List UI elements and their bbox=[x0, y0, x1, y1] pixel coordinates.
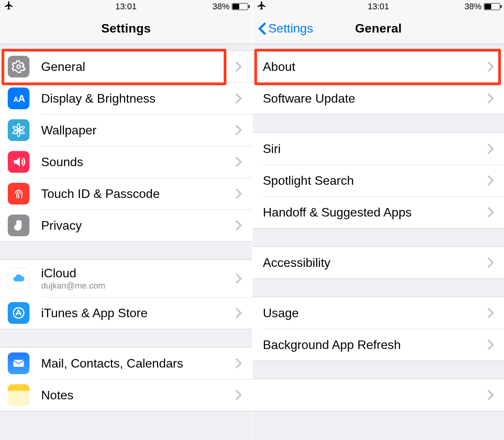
row-subtitle: dujkan@me.com bbox=[41, 281, 105, 291]
mail-icon bbox=[8, 352, 29, 374]
settings-screen: 13:01 38% Settings General AA Display & bbox=[0, 0, 252, 440]
row-label: iTunes & App Store bbox=[41, 306, 148, 320]
battery-icon bbox=[484, 3, 500, 10]
status-bar: 13:01 38% bbox=[0, 0, 252, 13]
chevron-right-icon bbox=[235, 220, 242, 231]
row-sounds[interactable]: Sounds bbox=[0, 146, 252, 178]
row-general[interactable]: General bbox=[0, 51, 252, 82]
flower-icon bbox=[8, 119, 29, 141]
battery-icon bbox=[232, 3, 248, 10]
cloud-icon bbox=[8, 268, 29, 289]
svg-rect-11 bbox=[14, 360, 24, 367]
battery-percentage: 38% bbox=[212, 2, 230, 12]
chevron-right-icon bbox=[487, 339, 494, 351]
row-display-brightness[interactable]: AA Display & Brightness bbox=[0, 82, 252, 114]
row-label: Notes bbox=[41, 388, 74, 402]
row-wallpaper[interactable]: Wallpaper bbox=[0, 114, 252, 146]
row-privacy[interactable]: Privacy bbox=[0, 210, 252, 241]
row-label: Wallpaper bbox=[41, 123, 97, 138]
row-software-update[interactable]: Software Update bbox=[253, 82, 504, 114]
chevron-right-icon bbox=[235, 61, 242, 72]
back-label: Settings bbox=[268, 21, 313, 36]
page-title: Settings bbox=[0, 21, 252, 36]
chevron-right-icon bbox=[487, 61, 494, 72]
text-size-icon: AA bbox=[8, 88, 29, 109]
airplane-mode-icon bbox=[4, 0, 14, 13]
battery-percentage: 38% bbox=[464, 2, 482, 12]
back-button[interactable]: Settings bbox=[258, 21, 313, 36]
row-label: Software Update bbox=[263, 91, 355, 106]
row-label: Spotlight Search bbox=[263, 174, 354, 188]
chevron-right-icon bbox=[235, 307, 242, 319]
row-handoff[interactable]: Handoff & Suggested Apps bbox=[253, 196, 504, 228]
general-list[interactable]: About Software Update Siri Spotlight Sea… bbox=[253, 44, 504, 440]
general-screen: 13:01 38% Settings General About Softwar… bbox=[252, 0, 504, 440]
chevron-right-icon bbox=[487, 389, 494, 401]
row-label: General bbox=[41, 60, 85, 74]
speaker-icon bbox=[8, 151, 29, 173]
svg-point-0 bbox=[17, 65, 21, 69]
chevron-right-icon bbox=[235, 389, 242, 401]
row-siri[interactable]: Siri bbox=[253, 133, 504, 165]
chevron-right-icon bbox=[487, 93, 494, 104]
chevron-right-icon bbox=[235, 273, 242, 284]
row-label: Touch ID & Passcode bbox=[41, 187, 160, 201]
gear-icon bbox=[8, 56, 29, 77]
appstore-icon bbox=[8, 302, 29, 324]
nav-bar: Settings General bbox=[253, 13, 504, 44]
row-label: Background App Refresh bbox=[263, 338, 401, 352]
row-label: Display & Brightness bbox=[41, 91, 155, 106]
row-touchid-passcode[interactable]: Touch ID & Passcode bbox=[0, 178, 252, 210]
chevron-left-icon bbox=[258, 22, 267, 36]
row-notes[interactable]: Notes bbox=[0, 379, 252, 411]
row-usage[interactable]: Usage bbox=[253, 297, 504, 329]
row-about[interactable]: About bbox=[253, 51, 504, 82]
svg-point-9 bbox=[12, 126, 19, 131]
row-accessibility[interactable]: Accessibility bbox=[253, 247, 504, 278]
row-icloud[interactable]: iCloud dujkan@me.com bbox=[0, 260, 252, 297]
chevron-right-icon bbox=[235, 124, 242, 136]
row-label: About bbox=[263, 60, 295, 74]
row-label: Accessibility bbox=[263, 256, 330, 270]
row-label: Siri bbox=[263, 142, 281, 156]
row-label: iCloud bbox=[41, 266, 105, 280]
row-label: Handoff & Suggested Apps bbox=[263, 205, 412, 220]
airplane-mode-icon bbox=[257, 0, 267, 13]
svg-text:A: A bbox=[18, 93, 25, 104]
row-partial[interactable] bbox=[253, 379, 504, 411]
row-label: Mail, Contacts, Calendars bbox=[41, 356, 183, 371]
chevron-right-icon bbox=[487, 257, 494, 268]
fingerprint-icon bbox=[8, 183, 29, 205]
hand-icon bbox=[8, 215, 29, 236]
chevron-right-icon bbox=[487, 175, 494, 186]
row-spotlight-search[interactable]: Spotlight Search bbox=[253, 165, 504, 196]
chevron-right-icon bbox=[235, 188, 242, 199]
chevron-right-icon bbox=[235, 358, 242, 369]
row-itunes-appstore[interactable]: iTunes & App Store bbox=[0, 297, 252, 329]
row-label: Privacy bbox=[41, 218, 82, 233]
row-mail-contacts-calendars[interactable]: Mail, Contacts, Calendars bbox=[0, 347, 252, 379]
nav-bar: Settings bbox=[0, 13, 252, 44]
chevron-right-icon bbox=[235, 93, 242, 104]
chevron-right-icon bbox=[235, 156, 242, 168]
chevron-right-icon bbox=[487, 206, 494, 218]
row-label: Usage bbox=[263, 306, 299, 320]
settings-list[interactable]: General AA Display & Brightness Wallpape… bbox=[0, 44, 252, 440]
chevron-right-icon bbox=[487, 143, 494, 155]
notes-icon bbox=[8, 384, 29, 406]
status-bar: 13:01 38% bbox=[253, 0, 504, 13]
chevron-right-icon bbox=[487, 307, 494, 319]
row-background-app-refresh[interactable]: Background App Refresh bbox=[253, 329, 504, 361]
row-label: Sounds bbox=[41, 155, 83, 169]
